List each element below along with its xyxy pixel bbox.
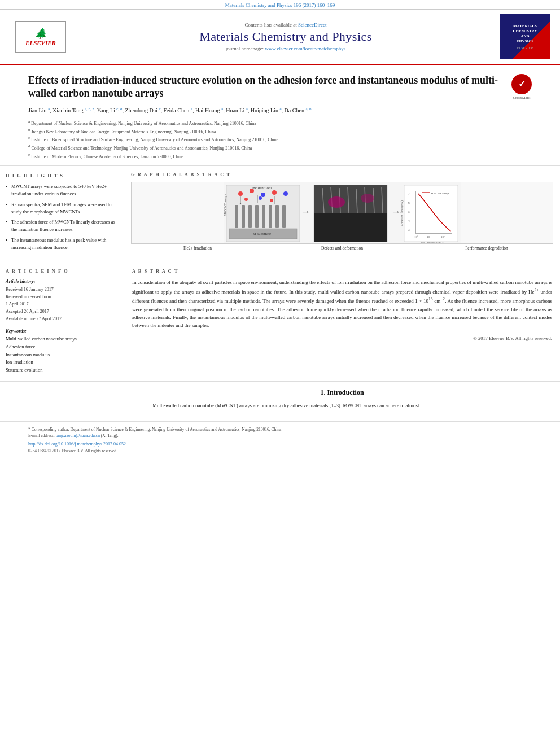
keyword-2: Adhesion force: [6, 343, 118, 351]
svg-point-9: [244, 198, 248, 201]
keyword-5: Structure evolution: [6, 366, 118, 374]
publisher-logo-area: 🌲 ELSEVIER: [7, 14, 75, 59]
flow-labels: He2+ irradiation Defects and deformation…: [131, 246, 553, 251]
revised-date: Received in revised form1 April 2017: [6, 294, 118, 308]
introduction-section: 1. Introduction Multi-walled carbon nano…: [0, 382, 560, 415]
svg-text:→: →: [300, 206, 310, 217]
kw-text-4: Ion irradiation: [6, 359, 33, 365]
contents-text: Contents lists available at: [245, 22, 297, 28]
abstract-label: A B S T R A C T: [132, 268, 552, 274]
affiliation-c: c Institute of Bio-inspired Structure an…: [28, 135, 532, 143]
keyword-1: Multi-walled carbon nanotube arrays: [6, 335, 118, 343]
authors: Jian Liu a, Xiaobin Tang a, b, *, Yang L…: [28, 106, 532, 115]
step3-label-text: Performance degradation: [465, 246, 508, 251]
kw-text-5: Structure evolution: [6, 367, 42, 373]
intro-section-number: 1.: [320, 388, 325, 396]
highlights-graphical-section: H I G H L I G H T S MWCNT arrays were su…: [0, 166, 560, 261]
highlight-text-1: MWCNT arrays were subjected to 540 keV H…: [11, 184, 107, 196]
diagram-area: Incident ions MWCNT arrays Si substrate …: [131, 182, 553, 251]
svg-point-10: [259, 196, 262, 200]
affiliation-b: b Jiangsu Key Laboratory of Nuclear Ener…: [28, 127, 532, 136]
diagram-box: Incident ions MWCNT arrays Si substrate …: [131, 182, 553, 244]
step1-label: He2+ irradiation: [131, 246, 264, 251]
affiliation-d: d College of Material Science and Techno…: [28, 143, 532, 152]
homepage-url[interactable]: www.elsevier.com/locate/matchemphys: [265, 46, 345, 51]
email-link[interactable]: tangxiaobin@nuaa.edu.cn: [56, 433, 100, 438]
svg-text:✓: ✓: [518, 79, 526, 89]
svg-text:4: 4: [408, 219, 410, 222]
svg-rect-19: [262, 205, 265, 228]
svg-text:3: 3: [408, 228, 410, 231]
svg-point-6: [261, 193, 265, 197]
kw-text-1: Multi-walled carbon nanotube arrays: [6, 336, 77, 342]
graphical-abstract-label: G R A P H I C A L A B S T R A C T: [131, 172, 553, 177]
step3-label: Performance degradation: [420, 246, 553, 251]
intro-left-spacer: [28, 388, 152, 409]
svg-rect-15: [235, 205, 238, 228]
affiliation-e: e Institute of Modern Physics, Chinese A…: [28, 152, 532, 160]
article-info-label: A R T I C L E I N F O: [6, 268, 118, 274]
svg-text:Si substrate: Si substrate: [253, 231, 271, 236]
svg-point-11: [270, 199, 273, 202]
elsevier-label: ELSEVIER: [25, 40, 56, 46]
received-text: Received 16 January 2017: [6, 287, 54, 292]
accepted-text: Accepted 26 April 2017: [6, 309, 49, 314]
keyword-3: Instantaneous modulus: [6, 351, 118, 359]
crossmark-badge: ✓: [511, 74, 532, 94]
svg-text:→: →: [391, 206, 401, 217]
footnote-corresponding: * Corresponding author. Department of Nu…: [28, 426, 532, 439]
journal-ref-text: Materials Chemistry and Physics 196 (201…: [225, 2, 335, 8]
article-header: ✓ CrossMark Effects of irradiation-induc…: [0, 65, 560, 166]
svg-rect-29: [314, 185, 387, 213]
highlight-text-2: Raman spectra, SEM and TEM images were u…: [11, 202, 112, 215]
intro-paragraph: Multi-walled carbon nanotube (MWCNT) arr…: [152, 401, 532, 409]
graphical-diagram: Incident ions MWCNT arrays Si substrate …: [131, 182, 553, 251]
sciencedirect-link[interactable]: ScienceDirect: [298, 22, 326, 28]
keywords-block: Keywords: Multi-walled carbon nanotube a…: [6, 328, 118, 374]
elsevier-logo: 🌲 ELSEVIER: [15, 21, 66, 53]
step2-label: Defects and deformation: [275, 246, 409, 251]
svg-text:7: 7: [408, 192, 410, 195]
issn-line: 0254-0584/© 2017 Elsevier B.V. All right…: [28, 448, 532, 453]
journal-header: 🌲 ELSEVIER Contents lists available at S…: [0, 10, 560, 65]
footer: * Corresponding author. Department of Nu…: [0, 421, 560, 457]
highlight-text-4: The instantaneous modulus has a peak val…: [11, 237, 106, 250]
svg-point-7: [272, 190, 277, 195]
copyright-line: © 2017 Elsevier B.V. All rights reserved…: [132, 335, 552, 341]
svg-text:10⁰: 10⁰: [414, 235, 418, 238]
contents-line: Contents lists available at ScienceDirec…: [245, 22, 327, 28]
svg-rect-20: [269, 205, 272, 228]
crossmark-area: ✓ CrossMark: [511, 74, 532, 100]
highlight-item-2: Raman spectra, SEM and TEM images were u…: [6, 201, 118, 216]
affiliations: a Department of Nuclear Science & Engine…: [28, 119, 532, 160]
kw-text-2: Adhesion force: [6, 344, 35, 350]
svg-rect-18: [255, 205, 259, 228]
graphical-abstract-column: G R A P H I C A L A B S T R A C T: [124, 166, 560, 261]
journal-logo-subtext: ELSEVIER: [517, 46, 533, 50]
keyword-4: Ion irradiation: [6, 359, 118, 366]
svg-text:Adhesion force (nN): Adhesion force (nN): [400, 200, 404, 226]
journal-title-area: Contents lists available at ScienceDirec…: [80, 14, 491, 59]
highlight-item-4: The instantaneous modulus has a peak val…: [6, 237, 118, 251]
introduction-text-area: 1. Introduction Multi-walled carbon nano…: [152, 388, 532, 409]
available-text: Available online 27 April 2017: [6, 316, 62, 321]
svg-rect-17: [248, 205, 252, 228]
highlights-label: H I G H L I G H T S: [6, 173, 118, 178]
svg-text:10²: 10²: [441, 235, 445, 238]
journal-title: Materials Chemistry and Physics: [199, 29, 372, 44]
step2-label-text: Defects and deformation: [321, 246, 363, 251]
keywords-label: Keywords:: [6, 328, 118, 334]
journal-homepage: journal homepage: www.elsevier.com/locat…: [226, 46, 345, 51]
article-history-block: Article history: Received 16 January 201…: [6, 278, 118, 322]
doi-link[interactable]: http://dx.doi.org/10.1016/j.matchemphys.…: [28, 442, 126, 447]
article-title: Effects of irradiation-induced structure…: [28, 74, 532, 101]
svg-text:MWCNT arrays: MWCNT arrays: [431, 192, 449, 195]
abstract-text: In consideration of the ubiquity of swif…: [132, 278, 552, 329]
intro-heading: 1. Introduction: [152, 388, 532, 397]
affiliation-a: a Department of Nuclear Science & Engine…: [28, 119, 532, 127]
highlight-item-1: MWCNT arrays were subjected to 540 keV H…: [6, 183, 118, 198]
accepted-date: Accepted 26 April 2017: [6, 308, 118, 316]
svg-point-40: [361, 194, 374, 203]
highlight-text-3: The adhesion force of MWCNTs linearly de…: [11, 219, 115, 232]
journal-logo-box: MATERIALSCHEMISTRYANDPHYSICS ELSEVIER: [500, 14, 550, 59]
